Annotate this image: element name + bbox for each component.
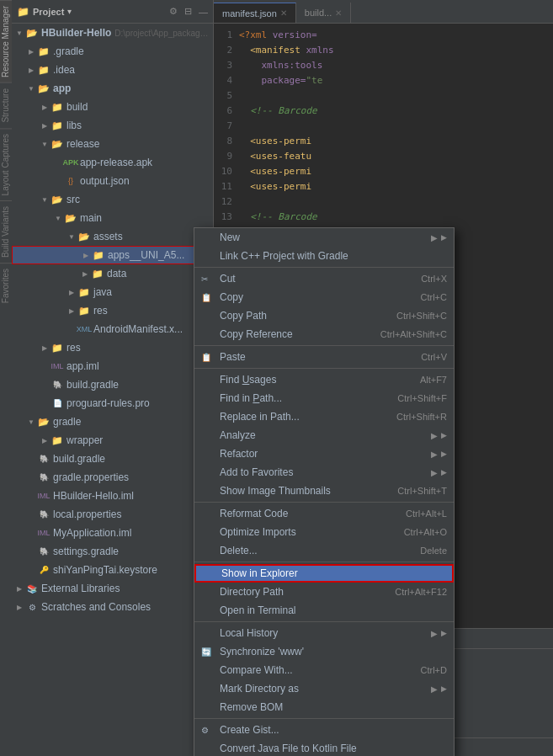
tree-item-main[interactable]: main	[12, 209, 213, 227]
tree-item-scratches[interactable]: ⚙ Scratches and Consoles	[12, 598, 213, 616]
folder-icon	[51, 193, 64, 206]
tree-item-proguard[interactable]: 📄 proguard-rules.pro	[12, 394, 213, 413]
menu-label: Copy	[220, 291, 414, 303]
tree-item-apk[interactable]: APK app-release.apk	[12, 153, 213, 172]
menu-item-replace-in-path[interactable]: Replace in Path... Ctrl+Shift+R	[194, 407, 454, 426]
tree-arrow	[39, 101, 51, 113]
tree-item-output-json[interactable]: {} output.json	[12, 172, 213, 190]
tree-item-local-props[interactable]: 🐘 local.properties	[12, 505, 213, 524]
tree-item-assets[interactable]: assets	[12, 227, 213, 246]
item-label: res	[93, 305, 108, 317]
menu-item-find-in-path[interactable]: Find in Path... Ctrl+Shift+F	[194, 389, 454, 407]
menu-item-optimize-imports[interactable]: Optimize Imports Ctrl+Alt+O	[194, 523, 454, 541]
scratches-icon: ⚙	[25, 600, 39, 614]
menu-item-cut[interactable]: ✂ Cut Ctrl+X	[194, 269, 454, 288]
sidebar-label-layout[interactable]: Layout Captures	[0, 128, 12, 200]
tree-item-libs[interactable]: libs	[12, 116, 213, 135]
tree-item-myapp-iml[interactable]: IML MyApplication.iml	[12, 524, 213, 542]
gist-icon: ⚙	[201, 726, 216, 735]
sidebar-label-structure[interactable]: Structure	[0, 83, 12, 128]
menu-separator	[194, 718, 454, 719]
close-icon[interactable]: ✕	[335, 8, 342, 18]
tree-item-androidmanifest[interactable]: XML AndroidManifest.x...	[12, 320, 213, 338]
paste-icon: 📋	[201, 353, 216, 362]
item-label: gradle	[53, 416, 81, 428]
menu-label: Copy Path	[220, 310, 390, 322]
close-icon[interactable]: ✕	[280, 8, 287, 18]
tree-item-hbuilder-iml[interactable]: IML HBuilder-Hello.iml	[12, 487, 213, 505]
tab-build[interactable]: build... ✕	[296, 3, 351, 23]
tree-item-src[interactable]: src	[12, 190, 213, 209]
tree-item-app-iml[interactable]: IML app.iml	[12, 357, 213, 375]
gear-icon[interactable]: ⚙	[169, 6, 178, 17]
tree-item-gradle-props[interactable]: 🐘 gradle.properties	[12, 468, 213, 487]
sidebar-label-resource[interactable]: Resource Manager	[0, 0, 12, 83]
folder-icon	[77, 230, 91, 243]
tree-item-java[interactable]: java	[12, 283, 213, 301]
copy-icon: 📋	[201, 293, 216, 302]
menu-item-copy-path[interactable]: Copy Path Ctrl+Shift+C	[194, 306, 454, 325]
tree-root[interactable]: HBuilder-Hello D:\project\App_package\sh…	[12, 24, 213, 42]
menu-label-show-explorer: Show in Explorer	[221, 567, 445, 579]
project-dropdown-icon[interactable]: ▾	[67, 7, 72, 16]
menu-item-mark-dir[interactable]: Mark Directory as ▶	[194, 679, 454, 698]
tree-arrow	[39, 434, 51, 446]
tree-item-gradle-folder[interactable]: gradle	[12, 413, 213, 431]
menu-item-add-favorites[interactable]: Add to Favorites ▶	[194, 463, 454, 482]
menu-item-copy-ref[interactable]: Copy Reference Ctrl+Alt+Shift+C	[194, 325, 454, 343]
item-label: AndroidManifest.x...	[93, 323, 183, 335]
item-label: assets	[93, 231, 123, 242]
tree-item-ext-libs[interactable]: 📚 External Libraries	[12, 579, 213, 598]
tree-item-release[interactable]: release	[12, 135, 213, 153]
menu-item-reformat[interactable]: Reformat Code Ctrl+Alt+L	[194, 504, 454, 523]
menu-separator	[194, 368, 454, 369]
tree-item-idea[interactable]: .idea	[12, 61, 213, 79]
tree-item-keystore[interactable]: 🔑 shiYanPingTai.keystore	[12, 561, 213, 579]
submenu-arrow: ▶	[431, 450, 438, 459]
settings-icon[interactable]: ⊟	[184, 6, 192, 17]
menu-item-compare-with[interactable]: Compare With... Ctrl+D	[194, 661, 454, 679]
menu-label: Refactor	[220, 448, 431, 460]
item-label: proguard-rules.pro	[66, 397, 150, 409]
submenu-arrow: ▶	[431, 684, 438, 694]
sidebar-label-favorites[interactable]: Favorites	[0, 263, 12, 308]
tree-item-build[interactable]: build	[12, 98, 213, 116]
tree-item-settings-gradle[interactable]: 🐘 settings.gradle	[12, 542, 213, 561]
menu-item-show-explorer[interactable]: Show in Explorer	[194, 564, 454, 583]
hide-icon[interactable]: —	[199, 7, 208, 17]
menu-item-refactor[interactable]: Refactor ▶	[194, 445, 454, 463]
sync-icon: 🔄	[201, 647, 216, 657]
tree-item-apps-uni[interactable]: apps__UNI_A5...	[12, 246, 213, 264]
menu-item-new[interactable]: New ▶	[194, 228, 454, 247]
menu-item-synchronize[interactable]: 🔄 Synchronize 'www'	[194, 642, 454, 661]
tab-manifest[interactable]: manifest.json ✕	[214, 3, 296, 23]
tree-item-build-gradle-root[interactable]: 🐘 build.gradle	[12, 450, 213, 468]
menu-item-delete[interactable]: Delete... Delete	[194, 541, 454, 560]
menu-item-local-history[interactable]: Local History ▶	[194, 624, 454, 642]
menu-item-directory-path[interactable]: Directory Path Ctrl+Alt+F12	[194, 583, 454, 601]
menu-label: Synchronize 'www'	[220, 646, 447, 658]
menu-item-open-terminal[interactable]: Open in Terminal	[194, 601, 454, 620]
menu-item-convert-java[interactable]: Convert Java File to Kotlin File	[194, 739, 454, 756]
tree-item-res-inner[interactable]: res	[12, 301, 213, 320]
tree-arrow	[13, 27, 25, 39]
tree-item-gradle-dir[interactable]: .gradle	[12, 42, 213, 61]
menu-label: Reformat Code	[220, 508, 399, 519]
menu-item-paste[interactable]: 📋 Paste Ctrl+V	[194, 348, 454, 366]
menu-item-show-thumbnails[interactable]: Show Image Thumbnails Ctrl+Shift+T	[194, 482, 454, 500]
menu-item-remove-bom[interactable]: Remove BOM	[194, 698, 454, 716]
tree-item-data[interactable]: data	[12, 264, 213, 283]
tree-item-build-gradle[interactable]: 🐘 build.gradle	[12, 375, 213, 394]
gradle-icon: 🐘	[37, 508, 51, 521]
tree-item-res-outer[interactable]: res	[12, 338, 213, 357]
tree-item-app[interactable]: app	[12, 79, 213, 98]
folder-icon	[64, 211, 77, 225]
menu-item-find-usages[interactable]: Find Usages Alt+F7	[194, 370, 454, 389]
menu-item-create-gist[interactable]: ⚙ Create Gist...	[194, 721, 454, 739]
tree-item-wrapper[interactable]: wrapper	[12, 431, 213, 450]
menu-item-link-cpp[interactable]: Link C++ Project with Gradle	[194, 247, 454, 265]
menu-item-copy[interactable]: 📋 Copy Ctrl+C	[194, 288, 454, 306]
item-label: shiYanPingTai.keystore	[53, 564, 157, 576]
menu-item-analyze[interactable]: Analyze ▶	[194, 426, 454, 445]
sidebar-label-build[interactable]: Build Variants	[0, 200, 12, 263]
